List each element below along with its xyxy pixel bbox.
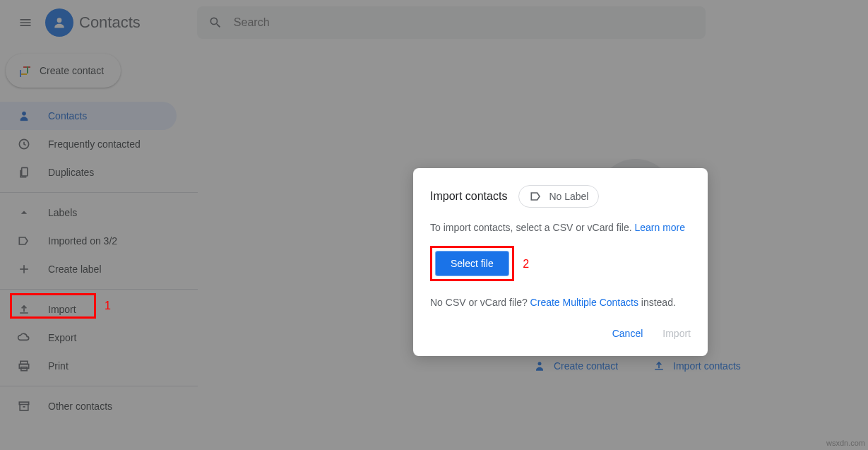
dialog-title: Import contacts [430, 190, 507, 203]
app-title: Contacts [79, 13, 141, 32]
nav-label: Other contacts [48, 401, 112, 412]
annotation-number-2: 2 [523, 258, 529, 270]
sidebar-export[interactable]: Export [0, 324, 177, 352]
action-label: Import contacts [673, 360, 741, 372]
chip-label: No Label [549, 191, 588, 202]
nav-label: Create label [48, 264, 102, 275]
history-icon [17, 137, 31, 151]
annotation-box-2: Select file [430, 246, 514, 281]
svg-rect-3 [22, 167, 28, 176]
select-file-button[interactable]: Select file [435, 251, 509, 276]
annotation-number-1: 1 [105, 300, 111, 312]
import-dialog: Import contacts No Label To import conta… [413, 168, 708, 356]
main-actions: Create contact Import contacts [533, 359, 741, 373]
nav-label: Labels [48, 207, 77, 218]
svg-point-1 [23, 112, 26, 115]
no-label-chip[interactable]: No Label [518, 185, 599, 208]
annotation-box-1 [10, 293, 96, 319]
sidebar-other-contacts[interactable]: Other contacts [0, 392, 177, 420]
create-multiple-link[interactable]: Create Multiple Contacts [530, 297, 638, 308]
cancel-button[interactable]: Cancel [612, 328, 643, 339]
cloud-icon [17, 331, 31, 345]
sidebar-labels-header[interactable]: Labels [0, 199, 177, 227]
divider [0, 192, 198, 193]
person-icon [17, 109, 31, 123]
svg-rect-7 [19, 402, 28, 404]
search-icon [208, 16, 222, 30]
dialog-instruction: To import contacts, select a CSV or vCar… [430, 222, 691, 233]
action-label: Create contact [554, 360, 618, 372]
svg-rect-6 [21, 367, 27, 371]
label-icon [529, 189, 543, 203]
nav-label: Export [48, 332, 76, 343]
upload-icon [652, 359, 666, 373]
nav-label: Contacts [48, 110, 87, 122]
nav-label: Imported on 3/2 [48, 235, 117, 247]
import-button[interactable]: Import [662, 328, 691, 339]
nav-label: Duplicates [48, 167, 94, 178]
import-contacts-action[interactable]: Import contacts [652, 359, 741, 373]
svg-point-0 [57, 18, 62, 23]
print-icon [17, 359, 31, 373]
dialog-alt-text: No CSV or vCard file? Create Multiple Co… [430, 297, 691, 308]
copy-icon [17, 165, 31, 179]
add-icon [17, 262, 31, 276]
archive-icon [17, 399, 31, 413]
watermark: wsxdn.com [826, 439, 865, 447]
person-add-icon [533, 359, 547, 373]
contacts-logo-icon [45, 8, 73, 37]
label-icon [17, 234, 31, 248]
create-contact-action[interactable]: Create contact [533, 359, 618, 373]
hamburger-menu-icon[interactable] [8, 6, 42, 40]
logo-area[interactable]: Contacts [45, 8, 141, 37]
sidebar-item-frequent[interactable]: Frequently contacted [0, 130, 177, 158]
sidebar-item-duplicates[interactable]: Duplicates [0, 158, 177, 186]
plus-icon [17, 64, 31, 78]
sidebar-item-contacts[interactable]: Contacts [0, 102, 177, 130]
nav-label: Frequently contacted [48, 138, 141, 150]
learn-more-link[interactable]: Learn more [634, 222, 685, 233]
create-label: Create contact [40, 65, 104, 76]
search-input[interactable] [234, 16, 694, 29]
sidebar-print[interactable]: Print [0, 352, 177, 380]
divider [0, 386, 198, 386]
chevron-up-icon [17, 206, 31, 220]
divider [0, 289, 198, 290]
sidebar-label-imported[interactable]: Imported on 3/2 [0, 227, 177, 255]
sidebar-create-label[interactable]: Create label [0, 255, 177, 283]
nav-label: Print [48, 360, 69, 372]
svg-point-8 [538, 362, 542, 365]
header: Contacts [0, 0, 868, 45]
search-bar[interactable] [197, 6, 706, 39]
create-contact-button[interactable]: Create contact [6, 54, 121, 88]
sidebar: Create contact Contacts Frequently conta… [0, 45, 198, 420]
